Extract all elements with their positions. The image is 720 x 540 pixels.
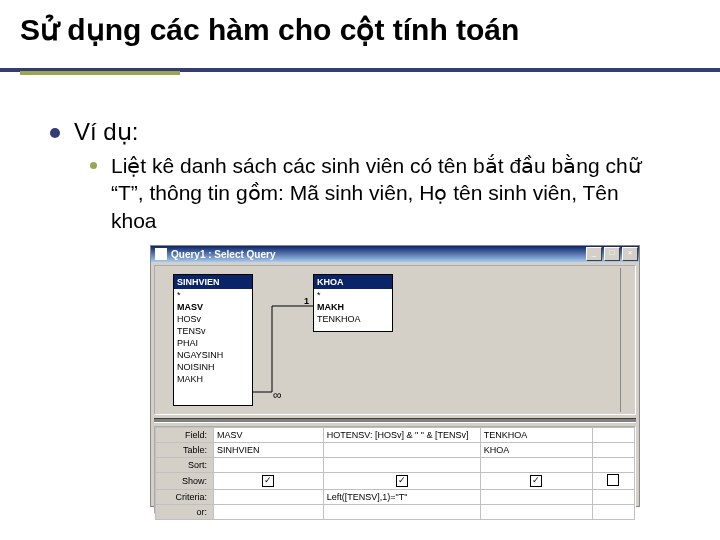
field-cell[interactable]: MASV [214, 428, 324, 443]
row-show: Show: ✓ ✓ ✓ [156, 473, 635, 490]
row-label: Sort: [156, 458, 214, 473]
sort-cell[interactable] [323, 458, 480, 473]
table-header: SINHVIEN [174, 275, 252, 289]
checkbox-icon[interactable] [607, 474, 619, 486]
checkbox-icon[interactable]: ✓ [262, 475, 274, 487]
close-button[interactable]: × [622, 247, 638, 261]
or-cell[interactable] [214, 505, 324, 520]
sort-cell[interactable] [214, 458, 324, 473]
table-header: KHOA [314, 275, 392, 289]
field-item[interactable]: * [314, 289, 392, 301]
join-one-label: 1 [304, 296, 309, 306]
bullet2-text: Liệt kê danh sách các sinh viên có tên b… [111, 152, 670, 234]
show-cell[interactable]: ✓ [323, 473, 480, 490]
row-field: Field: MASV HOTENSV: [HOSv] & " " & [TEN… [156, 428, 635, 443]
field-item[interactable]: TENSv [174, 325, 252, 337]
minimize-button[interactable]: _ [586, 247, 602, 261]
show-cell[interactable]: ✓ [480, 473, 592, 490]
table-cell[interactable] [592, 443, 634, 458]
bullet1-text: Ví dụ: [74, 118, 138, 146]
maximize-button[interactable]: □ [604, 247, 620, 261]
scrollbar[interactable] [620, 268, 633, 412]
table-sinhvien[interactable]: SINHVIEN * MASV HOSv TENSv PHAI NGAYSINH… [173, 274, 253, 406]
field-item[interactable]: NGAYSINH [174, 349, 252, 361]
table-cell[interactable]: SINHVIEN [214, 443, 324, 458]
window-icon [155, 248, 167, 260]
table-cell[interactable]: KHOA [480, 443, 592, 458]
row-label: Show: [156, 473, 214, 490]
bullet-level1: Ví dụ: [50, 118, 138, 146]
or-cell[interactable] [592, 505, 634, 520]
qbe-grid[interactable]: Field: MASV HOTENSV: [HOSv] & " " & [TEN… [155, 427, 635, 520]
relationship-pane[interactable]: SINHVIEN * MASV HOSv TENSv PHAI NGAYSINH… [154, 265, 636, 415]
field-cell[interactable]: TENKHOA [480, 428, 592, 443]
title-rule [0, 68, 720, 72]
row-criteria: Criteria: Left([TENSV],1)="T" [156, 490, 635, 505]
row-label: Field: [156, 428, 214, 443]
field-cell[interactable] [592, 428, 634, 443]
field-item[interactable]: HOSv [174, 313, 252, 325]
row-label: Table: [156, 443, 214, 458]
slide-title: Sử dụng các hàm cho cột tính toán [20, 12, 519, 47]
row-label: Criteria: [156, 490, 214, 505]
table-cell[interactable] [323, 443, 480, 458]
field-item[interactable]: MAKH [314, 301, 392, 313]
show-cell[interactable] [592, 473, 634, 490]
or-cell[interactable] [480, 505, 592, 520]
criteria-cell[interactable] [480, 490, 592, 505]
row-table: Table: SINHVIEN KHOA [156, 443, 635, 458]
field-item[interactable]: MASV [174, 301, 252, 313]
query-designer-window: Query1 : Select Query _ □ × SINHVIEN * M… [150, 245, 640, 507]
row-label: or: [156, 505, 214, 520]
qbe-grid-pane[interactable]: Field: MASV HOTENSV: [HOSv] & " " & [TEN… [154, 426, 636, 514]
field-item[interactable]: MAKH [174, 373, 252, 385]
bullet-level2: Liệt kê danh sách các sinh viên có tên b… [90, 152, 670, 234]
join-cardinality-icon: ∞ [273, 388, 282, 402]
pane-splitter[interactable] [154, 418, 636, 423]
table-khoa[interactable]: KHOA * MAKH TENKHOA [313, 274, 393, 332]
sort-cell[interactable] [480, 458, 592, 473]
field-item[interactable]: PHAI [174, 337, 252, 349]
checkbox-icon[interactable]: ✓ [396, 475, 408, 487]
criteria-cell[interactable] [214, 490, 324, 505]
bullet-dot-icon [50, 128, 60, 138]
row-or: or: [156, 505, 635, 520]
show-cell[interactable]: ✓ [214, 473, 324, 490]
checkbox-icon[interactable]: ✓ [530, 475, 542, 487]
criteria-cell[interactable]: Left([TENSV],1)="T" [323, 490, 480, 505]
field-cell[interactable]: HOTENSV: [HOSv] & " " & [TENSv] [323, 428, 480, 443]
sort-cell[interactable] [592, 458, 634, 473]
criteria-cell[interactable] [592, 490, 634, 505]
row-sort: Sort: [156, 458, 635, 473]
field-item[interactable]: TENKHOA [314, 313, 392, 325]
field-item[interactable]: NOISINH [174, 361, 252, 373]
or-cell[interactable] [323, 505, 480, 520]
window-title: Query1 : Select Query [171, 249, 276, 260]
bullet-dot-icon [90, 162, 97, 169]
field-item[interactable]: * [174, 289, 252, 301]
window-titlebar: Query1 : Select Query _ □ × [151, 246, 639, 262]
